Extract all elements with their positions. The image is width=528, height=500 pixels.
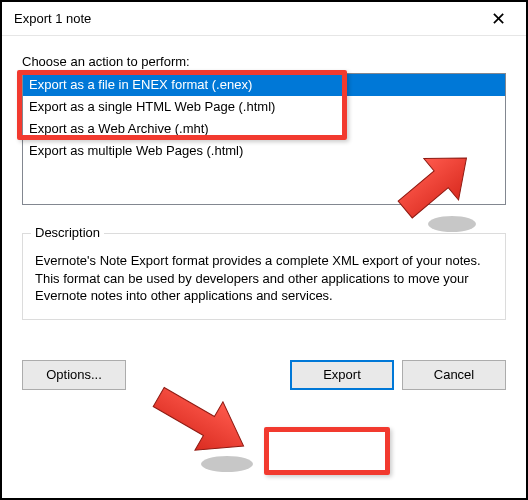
dialog-content: Choose an action to perform: Export as a…	[2, 36, 526, 402]
list-item-web-archive[interactable]: Export as a Web Archive (.mht)	[23, 118, 505, 140]
action-listbox[interactable]: Export as a file in ENEX format (.enex) …	[22, 73, 506, 205]
close-icon[interactable]: ✕	[478, 10, 518, 28]
description-group: Description Evernote's Note Export forma…	[22, 233, 506, 320]
action-label: Choose an action to perform:	[22, 54, 506, 69]
description-text: Evernote's Note Export format provides a…	[35, 252, 493, 305]
export-button[interactable]: Export	[290, 360, 394, 390]
list-item-single-html[interactable]: Export as a single HTML Web Page (.html)	[23, 96, 505, 118]
window-title: Export 1 note	[14, 11, 91, 26]
annotation-highlight-export	[264, 427, 390, 475]
options-button[interactable]: Options...	[22, 360, 126, 390]
titlebar: Export 1 note ✕	[2, 2, 526, 36]
list-item-enex[interactable]: Export as a file in ENEX format (.enex)	[23, 74, 505, 96]
svg-point-1	[201, 456, 253, 472]
list-item-multiple-html[interactable]: Export as multiple Web Pages (.html)	[23, 140, 505, 162]
button-row: Options... Export Cancel	[22, 360, 506, 390]
cancel-button[interactable]: Cancel	[402, 360, 506, 390]
description-label: Description	[31, 225, 104, 240]
